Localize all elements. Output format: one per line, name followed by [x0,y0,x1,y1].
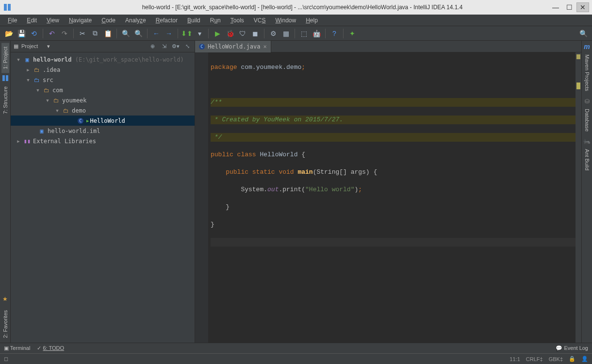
editor-tab-helloworld[interactable]: C HelloWorld.java × [195,41,271,52]
svg-rect-3 [6,75,8,81]
coverage-icon[interactable]: 🛡 [237,28,248,39]
highlight-marker-icon [576,83,580,89]
menu-navigate[interactable]: Navigate [65,16,96,25]
package-icon: 🗀 [62,107,70,115]
tool-tab-structure[interactable]: 7: Structure [1,83,9,118]
tool-tab-maven[interactable]: Maven Projects [583,50,591,95]
menu-edit[interactable]: Edit [23,16,41,25]
menu-tools[interactable]: Tools [227,16,248,25]
tree-helloworld-class[interactable]: C ▶ HelloWorld [11,116,195,126]
open-icon[interactable]: 📂 [3,28,15,39]
minimize-button[interactable]: — [549,2,562,12]
module-icon: ▣ [23,56,31,64]
analysis-marker-icon [576,54,580,59]
code-content[interactable]: package com.youmeek.demo; /** * Created … [209,52,576,343]
project-settings-icon[interactable]: ⚙▾ [171,42,180,51]
menu-file[interactable]: File [4,16,21,25]
tool-tab-favorites[interactable]: 2: Favorites [1,306,9,342]
scroll-from-source-icon[interactable]: ⊕ [148,42,157,51]
tool-tab-database[interactable]: Database [583,105,591,135]
menu-bar: File Edit View Navigate Code Analyze Ref… [0,15,592,26]
source-folder-icon: 🗀 [33,76,41,84]
stop-icon[interactable]: ◼ [249,28,261,39]
menu-vcs[interactable]: VCS [250,16,270,25]
find-icon[interactable]: 🔍 [120,28,132,39]
back-icon[interactable]: ← [150,28,162,39]
lock-icon[interactable]: 🔒 [569,356,576,362]
menu-window[interactable]: Window [271,16,300,25]
tool-tab-event-log[interactable]: 💬 Event Log [556,345,588,351]
intellij-small-icon [2,75,9,82]
debug-icon[interactable]: 🐞 [224,28,236,39]
sdk-icon[interactable]: ⬚ [298,28,310,39]
forward-icon[interactable]: → [163,28,175,39]
tool-tab-terminal[interactable]: ▣ Terminal [4,345,30,351]
toggle-tool-windows-icon[interactable]: ◻ [4,356,8,362]
tree-iml[interactable]: ▣ hello-world.iml [11,126,195,136]
tree-root[interactable]: ▼ ▣ hello-world (E:\git_work_space\hello… [11,54,195,65]
menu-help[interactable]: Help [302,16,322,25]
tree-idea[interactable]: ▶ 🗀 .idea [11,65,195,75]
main-toolbar: 📂 💾 ⟲ ↶ ↷ ✂ ⧉ 📋 🔍 🔍 ← → ⬇⬆ ▾ ▶ 🐞 🛡 ◼ ⚙ ▦… [0,26,592,41]
run-icon[interactable]: ▶ [212,28,223,39]
window-title: hello-world - [E:\git_work_space\hello-w… [16,4,549,11]
menu-analyze[interactable]: Analyze [121,16,150,25]
project-structure-icon[interactable]: ▦ [280,28,292,39]
redo-icon[interactable]: ↷ [59,28,70,39]
android-icon[interactable]: 🤖 [311,28,322,39]
help-icon[interactable]: ? [329,28,340,39]
tree-demo[interactable]: ▼ 🗀 demo [11,105,195,116]
encoding[interactable]: GBK‡ [549,356,563,362]
hide-panel-icon[interactable]: ⤡ [183,42,192,51]
save-all-icon[interactable]: 💾 [16,28,27,39]
collapse-all-icon[interactable]: ⇲ [160,42,168,51]
svg-rect-1 [8,4,11,11]
tree-com[interactable]: ▼ 🗀 com [11,85,195,95]
settings-icon[interactable]: ⚙ [267,28,279,39]
search-everywhere-icon[interactable]: 🔍 [577,28,589,39]
cut-icon[interactable]: ✂ [77,28,88,39]
right-tool-gutter: m Maven Projects ⛁ Database 🐜 Ant Build [581,41,592,343]
database-icon: ⛁ [585,98,590,105]
hector-icon[interactable]: 👤 [581,356,588,362]
tool-tab-ant[interactable]: Ant Build [583,145,591,174]
tool-tab-project[interactable]: 1: Project [1,43,9,73]
sync-icon[interactable]: ⟲ [28,28,40,39]
menu-refactor[interactable]: Refactor [152,16,181,25]
extra-icon[interactable]: ✦ [346,28,358,39]
paste-icon[interactable]: 📋 [102,28,114,39]
java-class-icon: C [199,44,205,50]
run-config-dropdown[interactable]: ▾ [194,28,205,39]
editor-tab-bar: C HelloWorld.java × [195,41,581,52]
menu-build[interactable]: Build [183,16,204,25]
menu-code[interactable]: Code [98,16,119,25]
folder-icon: 🗀 [33,66,41,74]
tree-external-libs[interactable]: ▶ ▮▮ External Libraries [11,136,195,146]
project-tree[interactable]: ▼ ▣ hello-world (E:\git_work_space\hello… [11,52,195,343]
close-button[interactable]: ✕ [576,2,589,12]
line-separator[interactable]: CRLF‡ [526,356,543,362]
title-bar: hello-world - [E:\git_work_space\hello-w… [0,0,592,15]
tool-tab-todo[interactable]: ✓ 6: TODO [37,345,64,351]
ant-icon: 🐜 [583,138,591,145]
package-icon: 🗀 [52,97,60,104]
tree-youmeek[interactable]: ▼ 🗀 youmeek [11,95,195,105]
intellij-logo-icon [3,3,12,12]
copy-icon[interactable]: ⧉ [89,28,101,39]
menu-run[interactable]: Run [206,16,225,25]
cursor-position[interactable]: 11:1 [510,356,520,362]
tree-src[interactable]: ▼ 🗀 src [11,75,195,85]
maximize-button[interactable]: ☐ [563,2,576,12]
undo-icon[interactable]: ↶ [46,28,58,39]
project-view-dropdown[interactable]: Project ▾ [21,43,145,50]
code-editor[interactable]: package com.youmeek.demo; /** * Created … [195,52,581,343]
replace-icon[interactable]: 🔍 [132,28,144,39]
editor-marker-strip[interactable] [576,52,581,343]
favorites-star-icon: ★ [2,296,8,302]
left-tool-gutter: 1: Project 7: Structure ★ 2: Favorites [0,41,11,343]
project-panel: ▦ Project ▾ ⊕ ⇲ ⚙▾ ⤡ ▼ ▣ hello-world (E:… [11,41,195,343]
menu-view[interactable]: View [43,16,63,25]
editor-area: C HelloWorld.java × package com.youmeek.… [195,41,581,343]
close-tab-icon[interactable]: × [263,43,266,50]
make-icon[interactable]: ⬇⬆ [181,28,193,39]
